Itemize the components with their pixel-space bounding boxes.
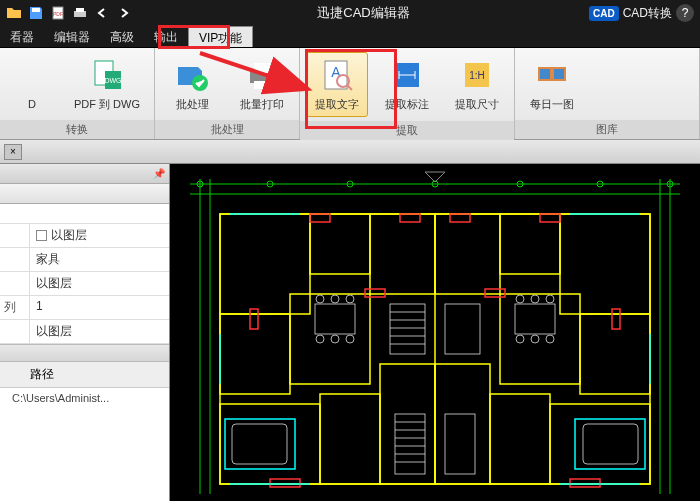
svg-rect-53 — [580, 314, 650, 394]
svg-rect-63 — [450, 214, 470, 222]
svg-rect-104 — [445, 414, 475, 474]
svg-rect-10 — [254, 63, 270, 73]
menu-editor[interactable]: 编辑器 — [44, 26, 100, 47]
panel-header: 📌 — [0, 164, 169, 184]
btn-extract-size[interactable]: 1:H 提取尺寸 — [446, 53, 508, 116]
document-tabbar: × — [0, 140, 700, 164]
svg-rect-74 — [225, 419, 295, 469]
svg-point-78 — [331, 295, 339, 303]
svg-rect-52 — [560, 214, 650, 314]
svg-rect-59 — [400, 214, 420, 222]
ribbon-label-extract: 提取 — [300, 121, 514, 140]
svg-rect-76 — [315, 304, 355, 334]
svg-point-85 — [531, 295, 539, 303]
extract-dim-icon — [389, 57, 425, 93]
svg-rect-61 — [365, 289, 385, 297]
svg-rect-97 — [395, 414, 425, 474]
ribbon-group-library: 每日一图 图库 — [515, 48, 700, 139]
svg-point-77 — [316, 295, 324, 303]
svg-point-82 — [346, 335, 354, 343]
pin-icon[interactable]: 📌 — [153, 168, 165, 179]
workspace: 📌 以图层 家具 以图层 列1 以图层 路径 C:\Users\Administ… — [0, 164, 700, 501]
svg-point-81 — [331, 335, 339, 343]
menu-vip[interactable]: VIP功能 — [188, 26, 253, 47]
svg-rect-75 — [575, 419, 645, 469]
svg-rect-44 — [370, 214, 435, 294]
batch-print-icon — [244, 57, 280, 93]
app-title: 迅捷CAD编辑器 — [138, 4, 589, 22]
svg-point-89 — [546, 335, 554, 343]
ribbon-group-extract: A 提取文字 提取标注 1:H 提取尺寸 提取 — [300, 48, 515, 139]
btn-daily-image[interactable]: 每日一图 — [521, 53, 583, 116]
menubar: 看器 编辑器 高级 输出 VIP功能 — [0, 26, 700, 48]
btn-batch[interactable]: 批处理 — [161, 53, 223, 116]
btn-pdf-dwg[interactable]: DWG PDF 到 DWG — [66, 53, 148, 116]
svg-rect-51 — [500, 214, 560, 274]
svg-text:1:H: 1:H — [469, 70, 485, 81]
svg-rect-105 — [232, 424, 287, 464]
ribbon-group-convert: D DWG PDF 到 DWG 转换 — [0, 48, 155, 139]
extract-size-icon: 1:H — [459, 57, 495, 93]
svg-rect-56 — [490, 394, 550, 484]
menu-output[interactable]: 输出 — [144, 26, 188, 47]
svg-text:A: A — [331, 64, 341, 80]
save-icon[interactable] — [26, 3, 46, 23]
svg-text:PDF: PDF — [53, 11, 63, 17]
menu-advanced[interactable]: 高级 — [100, 26, 144, 47]
svg-rect-65 — [485, 289, 505, 297]
panel-path: C:\Users\Administ... — [0, 388, 169, 408]
doc-tab-close[interactable]: × — [4, 144, 22, 160]
svg-rect-43 — [310, 214, 370, 274]
svg-rect-55 — [550, 404, 650, 484]
svg-line-15 — [347, 85, 352, 90]
svg-rect-57 — [435, 364, 490, 484]
svg-rect-64 — [612, 309, 620, 329]
svg-rect-54 — [500, 294, 580, 384]
svg-point-84 — [516, 295, 524, 303]
help-icon[interactable]: ? — [676, 4, 694, 22]
print-icon[interactable] — [70, 3, 90, 23]
svg-rect-96 — [445, 304, 480, 354]
panel-subheader: 路径 — [0, 362, 169, 388]
redo-icon[interactable] — [114, 3, 134, 23]
daily-image-icon — [534, 57, 570, 93]
svg-rect-4 — [76, 8, 84, 12]
ribbon: D DWG PDF 到 DWG 转换 批处理 批量打印 批处理 A 提取 — [0, 48, 700, 140]
svg-rect-90 — [390, 304, 425, 354]
undo-icon[interactable] — [92, 3, 112, 23]
svg-point-88 — [531, 335, 539, 343]
svg-rect-46 — [290, 294, 370, 384]
svg-rect-47 — [220, 404, 320, 484]
svg-rect-0 — [32, 8, 40, 12]
btn-d[interactable]: D — [6, 54, 58, 114]
svg-rect-58 — [310, 214, 330, 222]
btn-extract-text[interactable]: A 提取文字 — [306, 52, 368, 117]
svg-point-80 — [316, 335, 324, 343]
svg-rect-11 — [254, 81, 270, 89]
svg-rect-49 — [380, 364, 435, 484]
svg-rect-66 — [270, 479, 300, 487]
svg-rect-50 — [435, 214, 500, 294]
panel-body: 以图层 家具 以图层 列1 以图层 路径 C:\Users\Administ..… — [0, 204, 169, 501]
menu-viewer[interactable]: 看器 — [0, 26, 44, 47]
svg-point-79 — [346, 295, 354, 303]
btn-extract-dim[interactable]: 提取标注 — [376, 53, 438, 116]
svg-rect-25 — [554, 69, 564, 79]
svg-point-86 — [546, 295, 554, 303]
svg-rect-24 — [540, 69, 550, 79]
drawing-canvas[interactable] — [170, 164, 700, 501]
ribbon-label-convert: 转换 — [0, 120, 154, 139]
svg-point-87 — [516, 335, 524, 343]
open-icon[interactable] — [4, 3, 24, 23]
extract-text-icon: A — [319, 57, 355, 93]
svg-rect-62 — [540, 214, 560, 222]
checkbox-layer[interactable] — [36, 230, 47, 241]
svg-rect-45 — [220, 314, 290, 394]
btn-batch-print[interactable]: 批量打印 — [231, 53, 293, 116]
pdf-icon[interactable]: PDF — [48, 3, 68, 23]
ribbon-group-batch: 批处理 批量打印 批处理 — [155, 48, 300, 139]
cad-convert-label[interactable]: CAD转换 — [623, 5, 672, 22]
properties-panel: 📌 以图层 家具 以图层 列1 以图层 路径 C:\Users\Administ… — [0, 164, 170, 501]
svg-rect-42 — [220, 214, 310, 314]
svg-rect-67 — [570, 479, 600, 487]
